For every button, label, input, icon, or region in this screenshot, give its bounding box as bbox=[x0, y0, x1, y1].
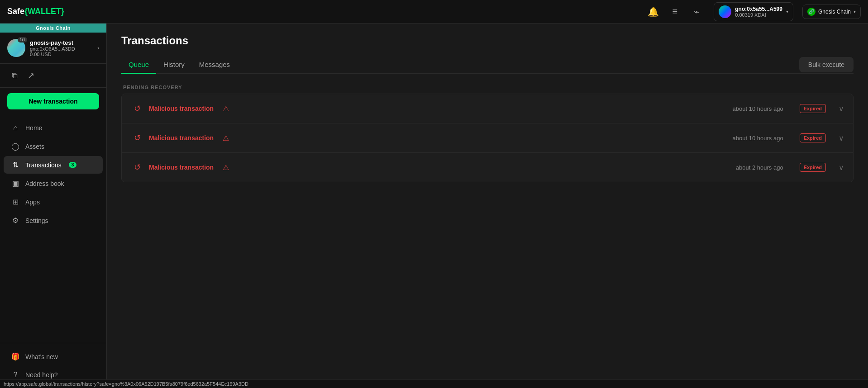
transactions-badge: 3 bbox=[69, 162, 77, 168]
tx-time: about 2 hours ago bbox=[736, 164, 783, 171]
network-selector[interactable]: 🔗 Gnosis Chain ▾ bbox=[802, 5, 861, 19]
recovery-icon: ↺ bbox=[134, 162, 141, 172]
home-icon: ⌂ bbox=[11, 124, 20, 132]
transactions-icon: ⇅ bbox=[11, 161, 20, 169]
expand-icon[interactable]: ∨ bbox=[839, 134, 844, 142]
topbar: Safe{WALLET} 🔔 ≡ ⌁ gno:0x5a55...A599 0.0… bbox=[0, 0, 868, 24]
sidebar-item-transactions-label: Transactions bbox=[25, 161, 62, 169]
chain-banner: Gnosis Chain bbox=[0, 24, 106, 33]
wallet-details: gnosis-pay-test gno:0xO6A5...A3DD 0.00 U… bbox=[30, 39, 93, 57]
wallet-avatar: 1/1 bbox=[7, 39, 25, 57]
status-badge: Expired bbox=[800, 104, 826, 113]
network-icon: 🔗 bbox=[807, 8, 816, 16]
notifications-button[interactable]: 🔔 bbox=[645, 4, 661, 20]
expand-icon[interactable]: ∨ bbox=[839, 163, 844, 172]
layers-button[interactable]: ≡ bbox=[667, 4, 683, 20]
sidebar-item-transactions[interactable]: ⇅ Transactions 3 bbox=[4, 156, 103, 174]
sidebar-item-need-help-label: Need help? bbox=[25, 371, 58, 379]
page-title: Transactions bbox=[121, 34, 854, 47]
sidebar-item-home-label: Home bbox=[25, 124, 42, 132]
network-name: Gnosis Chain bbox=[818, 9, 851, 15]
need-help-icon: ? bbox=[11, 371, 20, 379]
app-logo: Safe{WALLET} bbox=[7, 7, 64, 16]
tx-name: Malicious transaction bbox=[149, 164, 214, 171]
sidebar-nav: ⌂ Home ◯ Assets ⇅ Transactions 3 ▣ Addre… bbox=[0, 115, 106, 343]
sidebar-item-whats-new[interactable]: 🎁 What's new bbox=[4, 348, 103, 365]
account-name: gno:0x5a55...A599 bbox=[735, 6, 782, 12]
table-row[interactable]: ↺ Malicious transaction ⚠ about 2 hours … bbox=[122, 153, 853, 182]
tabs-row: Queue History Messages Bulk execute bbox=[121, 56, 854, 74]
main-content: Transactions Queue History Messages Bulk… bbox=[107, 24, 868, 388]
tx-name: Malicious transaction bbox=[149, 134, 214, 142]
recovery-type-icon: ↺ bbox=[131, 102, 143, 115]
account-balance: 0.00319 XDAI bbox=[735, 12, 782, 18]
account-chevron-icon: ▾ bbox=[786, 9, 788, 14]
wallet-info[interactable]: 1/1 gnosis-pay-test gno:0xO6A5...A3DD 0.… bbox=[0, 33, 106, 64]
statusbar-url: https://app.safe.global/transactions/his… bbox=[4, 381, 248, 387]
assets-icon: ◯ bbox=[11, 142, 20, 151]
settings-icon: ⚙ bbox=[11, 216, 20, 225]
sidebar-item-assets[interactable]: ◯ Assets bbox=[4, 137, 103, 155]
tab-queue[interactable]: Queue bbox=[121, 56, 156, 74]
sidebar-item-apps[interactable]: ⊞ Apps bbox=[4, 193, 103, 211]
wallet-name: gnosis-pay-test bbox=[30, 39, 93, 46]
address-book-icon: ▣ bbox=[11, 179, 20, 188]
network-chevron-icon: ▾ bbox=[854, 9, 856, 14]
transaction-list: ↺ Malicious transaction ⚠ about 10 hours… bbox=[121, 94, 854, 182]
copy-address-button[interactable]: ⧉ bbox=[7, 68, 22, 83]
sidebar-item-settings[interactable]: ⚙ Settings bbox=[4, 212, 103, 229]
topbar-actions: 🔔 ≡ ⌁ gno:0x5a55...A599 0.00319 XDAI ▾ 🔗… bbox=[645, 2, 861, 21]
status-badge: Expired bbox=[800, 133, 826, 142]
expand-icon[interactable]: ∨ bbox=[839, 104, 844, 113]
sidebar-item-address-book[interactable]: ▣ Address book bbox=[4, 175, 103, 192]
table-row[interactable]: ↺ Malicious transaction ⚠ about 10 hours… bbox=[122, 94, 853, 123]
layout: Gnosis Chain 1/1 gnosis-pay-test gno:0xO… bbox=[0, 24, 868, 388]
section-label: PENDING RECOVERY bbox=[121, 85, 854, 90]
sidebar-item-apps-label: Apps bbox=[25, 199, 40, 206]
recovery-icon: ↺ bbox=[134, 104, 141, 114]
sidebar-item-whats-new-label: What's new bbox=[25, 353, 58, 360]
apps-icon: ⊞ bbox=[11, 198, 20, 206]
wallet-address: gno:0xO6A5...A3DD bbox=[30, 46, 93, 52]
account-avatar bbox=[719, 5, 731, 18]
link-button[interactable]: ⌁ bbox=[688, 4, 705, 20]
bulk-execute-button[interactable]: Bulk execute bbox=[799, 57, 854, 72]
account-info: gno:0x5a55...A599 0.00319 XDAI bbox=[735, 6, 782, 18]
status-badge: Expired bbox=[800, 163, 826, 172]
tab-history[interactable]: History bbox=[156, 56, 192, 74]
wallet-usd: 0.00 USD bbox=[30, 52, 93, 57]
wallet-actions: ⧉ ↗ bbox=[0, 64, 106, 88]
statusbar: https://app.safe.global/transactions/his… bbox=[0, 379, 868, 388]
sidebar-item-settings-label: Settings bbox=[25, 217, 48, 224]
warning-icon: ⚠ bbox=[223, 104, 229, 113]
sidebar-item-home[interactable]: ⌂ Home bbox=[4, 119, 103, 137]
tx-time: about 10 hours ago bbox=[733, 135, 783, 142]
sidebar-item-address-book-label: Address book bbox=[25, 180, 64, 187]
wallet-threshold-badge: 1/1 bbox=[18, 37, 27, 43]
recovery-type-icon: ↺ bbox=[131, 132, 143, 144]
tab-messages[interactable]: Messages bbox=[192, 56, 237, 74]
recovery-icon: ↺ bbox=[134, 133, 141, 143]
recovery-type-icon: ↺ bbox=[131, 161, 143, 174]
sidebar-item-assets-label: Assets bbox=[25, 143, 44, 150]
table-row[interactable]: ↺ Malicious transaction ⚠ about 10 hours… bbox=[122, 123, 853, 153]
warning-icon: ⚠ bbox=[223, 134, 229, 142]
whats-new-icon: 🎁 bbox=[11, 352, 20, 361]
wallet-chevron-icon: › bbox=[97, 45, 99, 51]
share-button[interactable]: ↗ bbox=[24, 68, 38, 83]
sidebar: Gnosis Chain 1/1 gnosis-pay-test gno:0xO… bbox=[0, 24, 107, 388]
new-transaction-button[interactable]: New transaction bbox=[7, 93, 99, 109]
topbar-account[interactable]: gno:0x5a55...A599 0.00319 XDAI ▾ bbox=[714, 2, 793, 21]
tx-name: Malicious transaction bbox=[149, 105, 214, 112]
tx-time: about 10 hours ago bbox=[733, 105, 783, 112]
warning-icon: ⚠ bbox=[223, 163, 229, 172]
